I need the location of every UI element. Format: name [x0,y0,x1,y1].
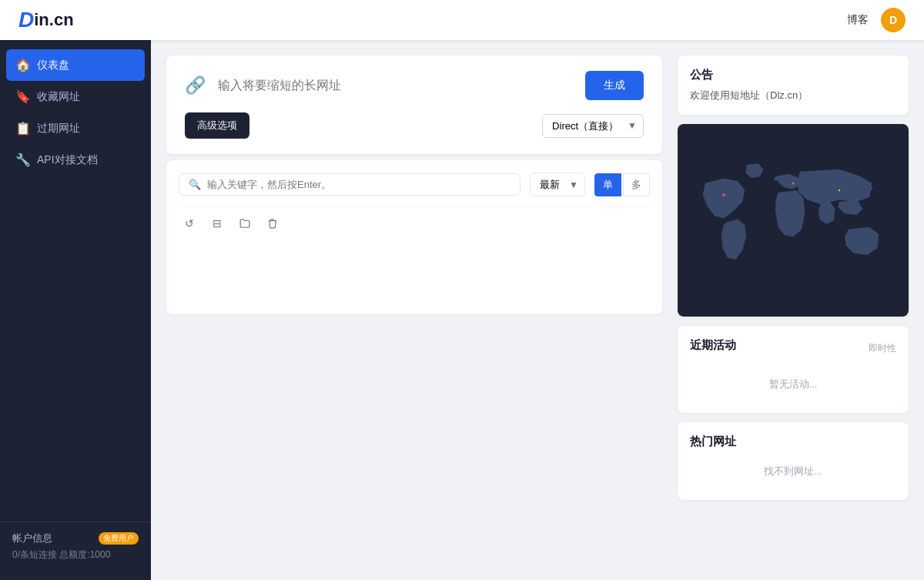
delete-button[interactable] [262,213,283,234]
expired-icon: 📋 [15,121,29,136]
advanced-button[interactable]: 高级选项 [185,112,249,139]
url-input-row: 🔗 生成 [185,71,644,100]
sidebar-label-bookmarks: 收藏网址 [37,90,80,104]
search-icon: 🔍 [189,179,201,190]
activity-empty: 暂无活动... [690,368,896,401]
sidebar-item-bookmarks[interactable]: 🔖 收藏网址 [0,81,151,112]
view-single-button[interactable]: 单 [594,173,621,196]
logo-d: D [18,8,34,32]
generate-button[interactable]: 生成 [585,71,644,100]
type-select-wrapper: Direct（直接） ▼ [542,114,644,138]
action-bar: ↺ ⊟ [179,206,650,240]
activity-card: 近期活动 即时性 暂无活动... [678,326,909,413]
bookmark-icon: 🔖 [15,89,29,104]
avatar[interactable]: D [881,8,906,32]
layout: 🏠 仪表盘 🔖 收藏网址 📋 过期网址 🔧 API对接文档 帐户信息 免费用户 … [0,40,924,580]
account-stats: 0/条短连接 总额度:1000 [12,548,139,562]
logo: D in.cn [18,8,74,32]
blog-link[interactable]: 博客 [847,13,869,27]
sidebar-item-api[interactable]: 🔧 API对接文档 [0,144,151,176]
logo-rest: in.cn [34,10,73,30]
free-badge: 免费用户 [99,532,139,545]
list-card: 🔍 最新 ▼ 单 多 ↺ ⊟ [166,160,662,314]
svg-point-2 [792,183,795,185]
ad-title: 公告 [690,68,896,82]
map-card [678,124,909,317]
sort-select-wrapper: 最新 ▼ [530,173,585,196]
hot-empty: 找不到网址... [690,455,896,488]
header-right: 博客 D [847,8,906,32]
link-icon: 🔗 [185,75,206,96]
folder-button[interactable] [234,213,256,234]
sidebar-label-dashboard: 仪表盘 [37,59,69,72]
url-input[interactable] [218,79,573,92]
url-card: 🔗 生成 高级选项 Direct（直接） ▼ [166,55,662,154]
activity-more[interactable]: 即时性 [869,342,896,355]
ad-card: 公告 欢迎使用短地址（Dlz.cn） [678,55,909,115]
activity-header: 近期活动 即时性 [690,338,896,359]
world-map [678,124,909,317]
home-icon: 🏠 [15,58,29,72]
sidebar-item-dashboard[interactable]: 🏠 仪表盘 [6,49,145,81]
list-top: 🔍 最新 ▼ 单 多 [179,173,650,196]
view-toggle: 单 多 [594,173,650,196]
copy-button[interactable]: ⊟ [206,213,228,234]
svg-point-3 [839,189,840,191]
sidebar: 🏠 仪表盘 🔖 收藏网址 📋 过期网址 🔧 API对接文档 帐户信息 免费用户 … [0,40,151,580]
refresh-button[interactable]: ↺ [179,213,200,234]
header: D in.cn 博客 D [0,0,924,40]
account-title-text: 帐户信息 [12,531,52,545]
sidebar-item-expired[interactable]: 📋 过期网址 [0,112,151,144]
activity-title: 近期活动 [690,338,736,353]
api-icon: 🔧 [15,153,29,167]
account-title: 帐户信息 免费用户 [12,531,139,545]
svg-point-1 [722,193,725,196]
sidebar-label-api: API对接文档 [37,153,98,167]
main-content: 🔗 生成 高级选项 Direct（直接） ▼ [151,40,924,580]
hot-card: 热门网址 找不到网址... [678,422,909,500]
search-wrapper: 🔍 [179,173,521,196]
sort-select[interactable]: 最新 [531,173,581,196]
sidebar-label-expired: 过期网址 [37,122,80,136]
view-multi-button[interactable]: 多 [623,173,650,196]
right-panel: 公告 欢迎使用短地址（Dlz.cn） [678,55,909,500]
search-input[interactable] [207,179,511,190]
options-row: 高级选项 Direct（直接） ▼ [185,112,644,139]
ad-text: 欢迎使用短地址（Dlz.cn） [690,89,896,102]
hot-title: 热门网址 [690,434,896,449]
type-select[interactable]: Direct（直接） [543,115,640,137]
account-section: 帐户信息 免费用户 0/条短连接 总额度:1000 [0,521,151,571]
center-panel: 🔗 生成 高级选项 Direct（直接） ▼ [166,55,662,314]
